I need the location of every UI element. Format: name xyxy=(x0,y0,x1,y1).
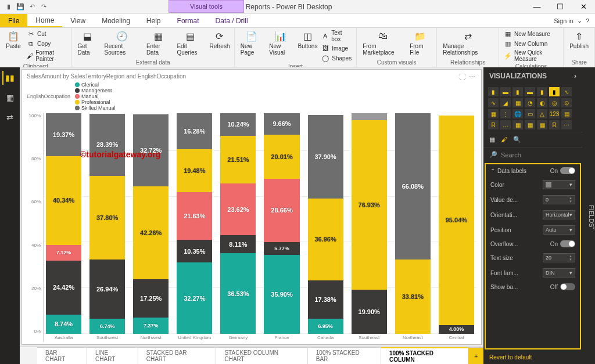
bar-segment[interactable]: 19.90% xyxy=(352,290,387,334)
bar-segment[interactable]: 35.90% xyxy=(264,255,299,334)
viz-type-tile[interactable]: ⋯ xyxy=(561,120,572,129)
viz-type-tile[interactable]: ▮ xyxy=(549,87,560,96)
viz-type-tile[interactable]: R xyxy=(549,120,560,129)
bar-segment[interactable]: 21.51% xyxy=(220,136,256,183)
bar-column[interactable]: 8.74%24.42%7.12%40.34%19.37%Australia xyxy=(46,113,81,342)
viz-type-tile[interactable]: ▮ xyxy=(488,87,499,96)
legend-item[interactable]: Professional xyxy=(75,99,116,105)
bar-segment[interactable]: 17.38% xyxy=(308,280,343,319)
viz-type-tile[interactable]: ▦ xyxy=(525,120,535,129)
viz-type-tile[interactable]: ▦ xyxy=(512,120,523,129)
bar-column[interactable]: 6.95%17.38%36.96%37.90%Canada xyxy=(308,113,343,342)
viz-type-tile[interactable]: △ xyxy=(537,109,547,118)
menu-tab-home[interactable]: Home xyxy=(27,14,62,27)
orientation-select[interactable]: Horizontal▾ xyxy=(543,210,575,219)
paste-button[interactable]: 📋Paste xyxy=(3,29,23,51)
get-data-button[interactable]: ⬓Get Data xyxy=(76,29,100,57)
viz-type-tile[interactable]: ▦ xyxy=(488,109,499,118)
revert-to-default[interactable]: Revert to default xyxy=(483,351,582,364)
menu-tab-data-drill[interactable]: Data / Drill xyxy=(207,14,256,27)
show-bg-toggle[interactable] xyxy=(560,283,575,290)
bar-segment[interactable]: 42.26% xyxy=(133,186,169,280)
bar-column[interactable]: 19.90%76.93%Southeast xyxy=(352,113,387,342)
page-tab[interactable]: STACKED BAR CHART xyxy=(138,347,217,364)
bar-segment[interactable]: 16.28% xyxy=(177,113,212,149)
help-icon[interactable]: ? xyxy=(586,17,589,24)
bar-segment[interactable]: 37.80% xyxy=(89,176,125,260)
new-measure-button[interactable]: ▦New Measure xyxy=(503,29,560,38)
bar-segment[interactable]: 37.90% xyxy=(308,115,343,199)
bar-segment[interactable]: 40.34% xyxy=(46,156,81,245)
bar-segment[interactable]: 26.94% xyxy=(89,260,125,319)
textbox-button[interactable]: AText box xyxy=(320,29,353,43)
viz-type-tile[interactable]: ▮ xyxy=(512,87,523,96)
add-page-button[interactable]: + xyxy=(468,347,483,364)
value-decimal-input[interactable]: 0▲▼ xyxy=(543,195,575,204)
page-tab[interactable]: BAR CHART xyxy=(37,347,87,364)
viz-type-tile[interactable]: ∿ xyxy=(488,98,499,107)
bar-segment[interactable]: 10.24% xyxy=(220,113,256,136)
viz-type-tile[interactable]: ▬ xyxy=(500,87,511,96)
bar-segment[interactable]: 95.04% xyxy=(439,116,474,325)
analytics-icon[interactable]: 🔍 xyxy=(513,136,521,143)
bar-column[interactable]: 6.74%26.94%37.80%28.39%Southwest xyxy=(89,113,125,342)
viz-type-tile[interactable]: ▬ xyxy=(525,87,535,96)
bar-segment[interactable]: 36.53% xyxy=(220,253,256,334)
legend-item[interactable]: Skilled Manual xyxy=(75,105,116,111)
refresh-button[interactable]: ⟳Refresh xyxy=(209,29,231,51)
bar-column[interactable]: 36.53%8.11%23.62%21.51%10.24%Germany xyxy=(220,113,256,342)
maximize-button[interactable]: ☐ xyxy=(549,0,572,14)
page-tab[interactable]: 100% STACKED BAR xyxy=(308,347,381,364)
bar-column[interactable]: 4.00%95.04%Central xyxy=(439,113,474,342)
bar-segment[interactable]: 24.42% xyxy=(46,261,81,315)
bar-segment[interactable]: 6.95% xyxy=(308,319,343,334)
bar-column[interactable]: 35.90%5.77%28.66%20.01%9.66%France xyxy=(264,113,299,342)
file-tab[interactable]: File xyxy=(0,14,27,27)
color-picker[interactable]: ▾ xyxy=(543,180,575,189)
format-icon[interactable]: 🖌 xyxy=(501,136,507,143)
focus-mode-icon[interactable]: ⛶ xyxy=(459,73,465,81)
bar-segment[interactable]: 9.66% xyxy=(264,113,299,135)
page-tab[interactable]: STACKED COLUMN CHART xyxy=(216,347,307,364)
bar-segment[interactable]: 7.12% xyxy=(46,245,81,261)
close-button[interactable]: ✕ xyxy=(572,0,595,14)
bar-segment[interactable]: 4.00% xyxy=(439,325,474,334)
bar-segment[interactable]: 5.77% xyxy=(264,242,299,255)
data-view-button[interactable]: ▦ xyxy=(3,91,17,104)
overflow-toggle[interactable] xyxy=(560,240,575,247)
new-visual-button[interactable]: 📊New Visual xyxy=(267,29,295,57)
format-search[interactable]: 🔎Search xyxy=(483,147,582,162)
bar-segment[interactable]: 8.74% xyxy=(46,315,81,334)
bar-segment[interactable]: 17.25% xyxy=(133,279,169,318)
bar-column[interactable]: 32.27%10.35%21.63%19.48%16.28%United Kin… xyxy=(177,113,212,342)
viz-pane-header[interactable]: VISUALIZATIONS› xyxy=(483,67,582,85)
new-column-button[interactable]: ▥New Column xyxy=(503,39,560,48)
fields-pane-collapsed[interactable]: FIELDS ‹ xyxy=(582,67,595,364)
legend-item[interactable]: Management xyxy=(75,88,116,93)
fields-well-icon[interactable]: ▦ xyxy=(489,136,495,143)
save-icon[interactable]: 💾 xyxy=(16,3,24,11)
redo-icon[interactable]: ↷ xyxy=(40,3,48,11)
quick-measure-button[interactable]: ⚡New Quick Measure xyxy=(503,49,560,63)
bar-segment[interactable]: 23.62% xyxy=(220,183,256,236)
viz-type-tile[interactable]: ⋮ xyxy=(500,109,511,118)
bar-segment[interactable]: 21.63% xyxy=(177,192,212,240)
recent-sources-button[interactable]: 🕘Recent Sources xyxy=(102,29,142,57)
menu-tab-help[interactable]: Help xyxy=(138,14,169,27)
text-size-input[interactable]: 20▲▼ xyxy=(543,253,575,262)
publish-button[interactable]: ⇧Publish xyxy=(567,29,591,51)
menu-tab-modeling[interactable]: Modeling xyxy=(94,14,138,27)
viz-type-tile[interactable]: 🌐 xyxy=(512,109,523,118)
viz-type-tile[interactable]: ▦ xyxy=(537,120,547,129)
minimize-button[interactable]: — xyxy=(525,0,549,14)
bar-segment[interactable]: 28.66% xyxy=(264,179,299,242)
bar-segment[interactable]: 10.35% xyxy=(177,240,212,262)
bar-column[interactable]: 33.81%66.08%Northeast xyxy=(395,113,431,342)
menu-tab-view[interactable]: View xyxy=(62,14,94,27)
viz-type-tile[interactable]: ▮ xyxy=(537,87,547,96)
viz-type-tile[interactable]: ⊙ xyxy=(561,98,572,107)
bar-segment[interactable]: 7.37% xyxy=(133,318,169,334)
sign-in[interactable]: Sign in⌄? xyxy=(548,14,595,27)
manage-relationships-button[interactable]: ⇄Manage Relationships xyxy=(440,29,495,57)
bar-segment[interactable]: 76.93% xyxy=(352,120,387,290)
